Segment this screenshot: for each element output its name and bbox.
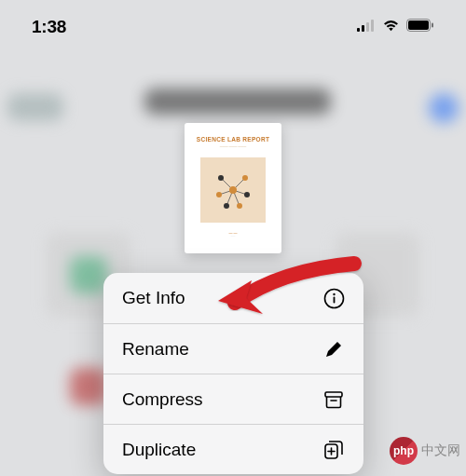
menu-item-compress[interactable]: Compress	[103, 374, 363, 424]
watermark-logo: php	[390, 437, 418, 465]
document-thumbnail[interactable]: SCIENCE LAB REPORT ——— ——— ——— — — ——	[185, 123, 281, 253]
status-bar: 1:38	[0, 0, 466, 48]
svg-point-16	[216, 192, 222, 197]
context-menu: Get Info Rename Compress Duplicate	[103, 273, 363, 474]
battery-icon	[406, 19, 434, 35]
info-circle-icon	[322, 287, 345, 309]
svg-rect-0	[357, 28, 360, 32]
cellular-icon	[357, 19, 376, 35]
svg-point-13	[229, 186, 237, 194]
watermark-text: 中文网	[421, 442, 460, 459]
watermark: php 中文网	[390, 437, 460, 465]
menu-item-label: Compress	[122, 389, 203, 410]
menu-item-rename[interactable]: Rename	[103, 323, 363, 374]
svg-point-15	[242, 175, 248, 181]
svg-rect-23	[325, 392, 342, 397]
document-subtitle: ——— ——— ———	[220, 144, 247, 148]
svg-rect-5	[408, 20, 429, 30]
document-title: SCIENCE LAB REPORT	[197, 136, 269, 143]
plus-on-rectangle-icon	[322, 439, 345, 461]
pencil-icon	[322, 338, 345, 360]
document-meta: ——	[231, 235, 236, 238]
svg-rect-6	[432, 23, 433, 28]
svg-point-17	[244, 192, 250, 197]
menu-item-label: Rename	[122, 339, 189, 360]
svg-rect-1	[362, 25, 364, 32]
svg-rect-22	[333, 296, 335, 303]
svg-point-18	[224, 203, 229, 209]
archivebox-icon	[322, 388, 345, 411]
clock: 1:38	[32, 17, 66, 37]
svg-point-19	[237, 203, 242, 209]
menu-item-label: Duplicate	[122, 440, 196, 460]
svg-point-21	[333, 292, 335, 294]
svg-rect-3	[371, 20, 374, 32]
document-graphic	[200, 157, 266, 223]
menu-item-label: Get Info	[122, 288, 185, 308]
status-icons	[357, 19, 434, 35]
menu-item-get-info[interactable]: Get Info	[103, 273, 363, 323]
svg-point-14	[218, 175, 224, 181]
menu-item-duplicate[interactable]: Duplicate	[103, 424, 363, 474]
wifi-icon	[382, 19, 400, 35]
svg-rect-2	[366, 22, 369, 32]
